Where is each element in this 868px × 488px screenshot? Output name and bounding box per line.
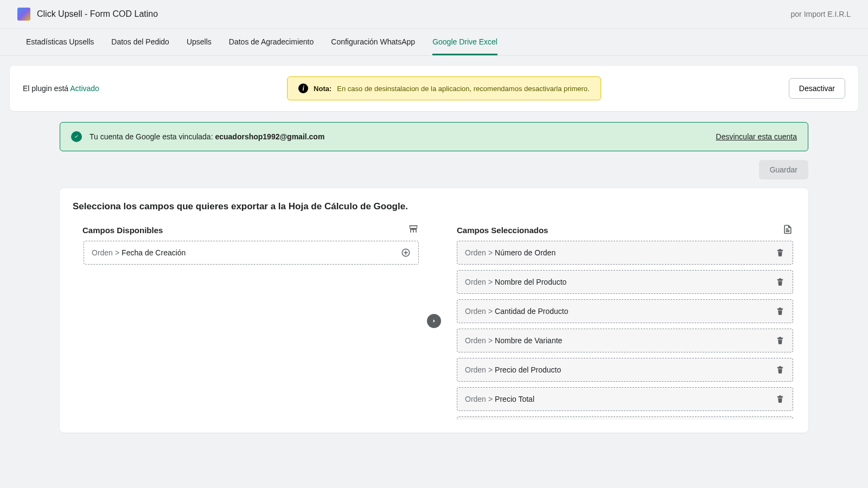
tab-5[interactable]: Google Drive Excel <box>432 29 497 55</box>
selected-header-label: Campos Seleccionados <box>457 226 548 235</box>
tab-0[interactable]: Estadísticas Upsells <box>26 29 94 55</box>
unlink-account-link[interactable]: Desvincular esta cuenta <box>716 132 797 141</box>
top-bar: Click Upsell - Form COD Latino por Impor… <box>0 0 868 29</box>
field-label: Orden>Cantidad de Producto <box>465 307 569 316</box>
available-column: Campos Disponibles Orden>Fecha de Creaci… <box>73 222 421 420</box>
app-icon <box>17 8 30 21</box>
main-content: Tu cuenta de Google esta vinculada: ecua… <box>0 111 868 433</box>
check-icon <box>71 131 82 142</box>
tab-1[interactable]: Datos del Pedido <box>111 29 169 55</box>
plugin-status-word: Activado <box>70 84 99 93</box>
fields-panel: Selecciona los campos que quieres export… <box>60 188 808 433</box>
top-bar-left: Click Upsell - Form COD Latino <box>17 8 158 21</box>
field-label: Orden>Nombre del Producto <box>465 278 566 286</box>
plugin-status-text: El plugin está Activado <box>23 84 99 93</box>
trash-icon[interactable] <box>775 277 785 287</box>
banner-text: Tu cuenta de Google esta vinculada: ecua… <box>90 132 324 141</box>
fields-panel-title: Selecciona los campos que quieres export… <box>73 201 795 212</box>
selected-field[interactable]: Cliente>Nombre y Apellidos <box>457 416 793 420</box>
available-list[interactable]: Orden>Fecha de Creación <box>73 241 421 420</box>
tabs: Estadísticas UpsellsDatos del PedidoUpse… <box>0 29 868 56</box>
arrow-right-icon <box>427 314 441 328</box>
selected-field[interactable]: Orden>Cantidad de Producto <box>457 299 793 323</box>
selected-field[interactable]: Orden>Nombre del Producto <box>457 270 793 294</box>
available-field[interactable]: Orden>Fecha de Creación <box>84 241 419 265</box>
trash-icon[interactable] <box>775 248 785 258</box>
store-icon <box>408 224 419 236</box>
save-button[interactable]: Guardar <box>759 160 808 179</box>
trash-icon[interactable] <box>775 306 785 316</box>
note-label: Nota: <box>314 85 331 93</box>
available-header: Campos Disponibles <box>73 222 421 241</box>
selected-field[interactable]: Orden>Nombre de Variante <box>457 329 793 352</box>
trash-icon[interactable] <box>775 336 785 345</box>
field-label: Orden>Nombre de Variante <box>465 336 562 345</box>
available-header-label: Campos Disponibles <box>82 226 163 235</box>
save-row: Guardar <box>60 160 808 179</box>
trash-icon[interactable] <box>775 365 785 375</box>
tab-2[interactable]: Upsells <box>187 29 212 55</box>
selected-header: Campos Seleccionados <box>447 222 795 241</box>
document-icon <box>782 224 793 236</box>
selected-list[interactable]: Orden>Número de OrdenOrden>Nombre del Pr… <box>447 241 795 420</box>
transfer-arrow <box>421 222 447 420</box>
add-icon[interactable] <box>401 248 411 258</box>
tab-3[interactable]: Datos de Agradecimiento <box>229 29 314 55</box>
banner-email: ecuadorshop1992@gmail.com <box>215 132 324 141</box>
trash-icon[interactable] <box>775 394 785 404</box>
app-title: Click Upsell - Form COD Latino <box>37 9 158 19</box>
field-label: Orden>Precio Total <box>465 395 534 403</box>
note-box: i Nota: En caso de desinstalacion de la … <box>287 76 601 100</box>
field-label: Orden>Precio del Producto <box>465 365 561 374</box>
selected-field[interactable]: Orden>Precio del Producto <box>457 358 793 382</box>
field-label: Orden>Fecha de Creación <box>92 248 186 257</box>
note-text: En caso de desinstalacion de la aplicaci… <box>337 85 589 93</box>
banner-prefix: Tu cuenta de Google esta vinculada: <box>90 132 215 141</box>
vendor-label: por Import E.I.R.L <box>791 10 851 18</box>
info-icon: i <box>298 84 308 93</box>
selected-field[interactable]: Orden>Número de Orden <box>457 241 793 265</box>
tab-4[interactable]: Configuración WhatsApp <box>331 29 415 55</box>
google-linked-banner: Tu cuenta de Google esta vinculada: ecua… <box>60 122 808 151</box>
field-label: Orden>Número de Orden <box>465 248 556 257</box>
banner-left: Tu cuenta de Google esta vinculada: ecua… <box>71 131 324 142</box>
plugin-status-panel: El plugin está Activado i Nota: En caso … <box>10 66 858 111</box>
plugin-status-prefix: El plugin está <box>23 84 70 93</box>
selected-column: Campos Seleccionados Orden>Número de Ord… <box>447 222 795 420</box>
fields-columns: Campos Disponibles Orden>Fecha de Creaci… <box>73 222 795 420</box>
selected-field[interactable]: Orden>Precio Total <box>457 387 793 411</box>
deactivate-button[interactable]: Desactivar <box>789 78 845 99</box>
